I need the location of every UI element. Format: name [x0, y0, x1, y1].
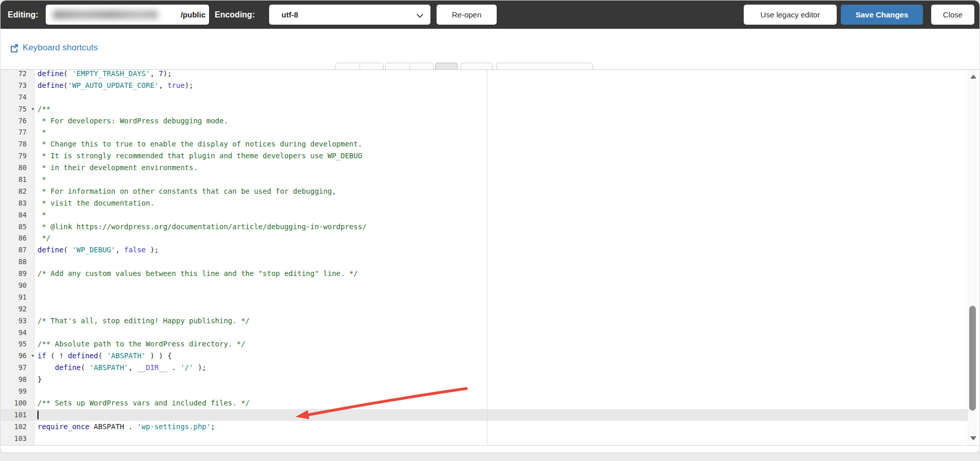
external-link-icon — [10, 43, 19, 52]
line-number: 95 — [1, 338, 35, 350]
editor-toolbar: Keyboard shortcuts >_ ↺ ↻ ↔ — [1, 29, 979, 69]
code-line-97[interactable]: 97 define( 'ABSPATH', __DIR__ . '/' ); — [1, 362, 968, 374]
code-lines: 72define( 'EMPTY_TRASH_DAYS', 7);73defin… — [1, 69, 968, 445]
code-line-73[interactable]: 73define('WP_AUTO_UPDATE_CORE', true); — [1, 80, 968, 91]
vertical-scrollbar[interactable] — [968, 70, 977, 445]
code-line-100[interactable]: 100/** Sets up WordPress vars and includ… — [1, 397, 968, 409]
line-number: 87 — [1, 244, 35, 256]
keyboard-shortcuts-link[interactable]: Keyboard shortcuts — [10, 43, 98, 53]
editing-label: Editing: — [8, 1, 39, 29]
chevron-down-icon — [417, 11, 423, 18]
line-number: 101 — [1, 409, 35, 421]
line-number: 72 — [1, 69, 35, 80]
line-number: 73 — [1, 80, 35, 91]
line-number: 85 — [1, 221, 35, 233]
code-line-79[interactable]: 79 * It is strongly recommended that plu… — [1, 150, 968, 162]
code-line-103[interactable]: 103 — [1, 433, 968, 445]
close-button[interactable]: Close — [931, 5, 974, 25]
code-line-98[interactable]: 98} — [1, 374, 968, 385]
line-number: 84 — [1, 209, 35, 221]
line-number: 74 — [1, 91, 35, 103]
code-line-72[interactable]: 72define( 'EMPTY_TRASH_DAYS', 7); — [1, 69, 968, 80]
code-line-92[interactable]: 92 — [1, 303, 968, 315]
code-line-95[interactable]: 95/** Absolute path to the WordPress dir… — [1, 338, 968, 350]
code-line-85[interactable]: 85 * @link https://wordpress.org/documen… — [1, 221, 968, 233]
code-line-83[interactable]: 83 * visit the documentation. — [1, 197, 968, 209]
line-number: 88 — [1, 256, 35, 268]
code-line-89[interactable]: 89/* Add any custom values between this … — [1, 268, 968, 280]
line-number: 92 — [1, 303, 35, 315]
line-number: 96▾ — [1, 350, 35, 362]
top-bar: Editing: /public Encoding: utf-8 Re-open… — [1, 1, 979, 29]
line-number: 91 — [1, 291, 35, 303]
line-number: 77 — [1, 126, 35, 138]
code-line-93[interactable]: 93/* That's all, stop editing! Happy pub… — [1, 315, 968, 327]
code-line-76[interactable]: 76 * For developers: WordPress debugging… — [1, 115, 968, 127]
use-legacy-editor-button[interactable]: Use legacy editor — [744, 5, 837, 25]
line-number: 86 — [1, 232, 35, 244]
line-number: 102 — [1, 421, 35, 433]
line-number: 89 — [1, 268, 35, 280]
encoding-label: Encoding: — [215, 1, 255, 29]
line-number: 75▾ — [1, 103, 35, 115]
code-line-87[interactable]: 87define( 'WP_DEBUG', false ); — [1, 244, 968, 256]
page-background-strip — [0, 453, 980, 461]
code-line-94[interactable]: 94 — [1, 327, 968, 339]
line-number: 94 — [1, 327, 35, 339]
code-line-96[interactable]: 96▾if ( ! defined( 'ABSPATH' ) ) { — [1, 350, 968, 362]
code-line-84[interactable]: 84 * — [1, 209, 968, 221]
encoding-select[interactable]: utf-8 — [269, 5, 430, 25]
editor-window: Editing: /public Encoding: utf-8 Re-open… — [0, 0, 980, 453]
code-editor[interactable]: 72define( 'EMPTY_TRASH_DAYS', 7);73defin… — [1, 69, 979, 446]
code-line-82[interactable]: 82 * For information on other constants … — [1, 186, 968, 197]
code-line-101[interactable]: 101 — [1, 409, 968, 421]
line-number: 79 — [1, 150, 35, 162]
code-line-102[interactable]: 102require_once ABSPATH . 'wp-settings.p… — [1, 421, 968, 433]
code-line-75[interactable]: 75▾/** — [1, 103, 968, 115]
code-line-81[interactable]: 81 * — [1, 174, 968, 186]
encoding-value: utf-8 — [281, 10, 298, 19]
line-number: 90 — [1, 280, 35, 291]
line-number: 80 — [1, 162, 35, 174]
code-line-78[interactable]: 78 * Change this to true to enable the d… — [1, 138, 968, 150]
scroll-up-arrow-icon[interactable] — [970, 75, 976, 79]
code-line-99[interactable]: 99 — [1, 385, 968, 397]
file-path-suffix: /public — [181, 10, 205, 19]
text-cursor — [37, 411, 39, 419]
code-line-74[interactable]: 74 — [1, 91, 968, 103]
code-line-88[interactable]: 88 — [1, 256, 968, 268]
scroll-down-arrow-icon[interactable] — [970, 436, 976, 440]
fold-arrow-icon[interactable]: ▾ — [31, 350, 34, 362]
line-number: 83 — [1, 197, 35, 209]
code-line-77[interactable]: 77 * — [1, 126, 968, 138]
line-number: 98 — [1, 374, 35, 385]
reopen-button[interactable]: Re-open — [437, 5, 497, 25]
line-number: 81 — [1, 174, 35, 186]
code-line-86[interactable]: 86 */ — [1, 232, 968, 244]
line-number: 100 — [1, 397, 35, 409]
line-number: 78 — [1, 138, 35, 150]
code-line-90[interactable]: 90 — [1, 280, 968, 291]
redacted-path-blur — [53, 10, 158, 19]
code-line-91[interactable]: 91 — [1, 291, 968, 303]
line-number: 76 — [1, 115, 35, 127]
fold-arrow-icon[interactable]: ▾ — [31, 103, 34, 115]
line-number: 97 — [1, 362, 35, 374]
line-number: 82 — [1, 186, 35, 197]
file-path-field[interactable]: /public — [46, 5, 209, 25]
line-number: 99 — [1, 385, 35, 397]
code-line-80[interactable]: 80 * in their development environments. — [1, 162, 968, 174]
save-changes-button[interactable]: Save Changes — [841, 5, 923, 25]
scrollbar-thumb[interactable] — [969, 306, 976, 411]
line-number: 93 — [1, 315, 35, 327]
line-number: 103 — [1, 433, 35, 445]
